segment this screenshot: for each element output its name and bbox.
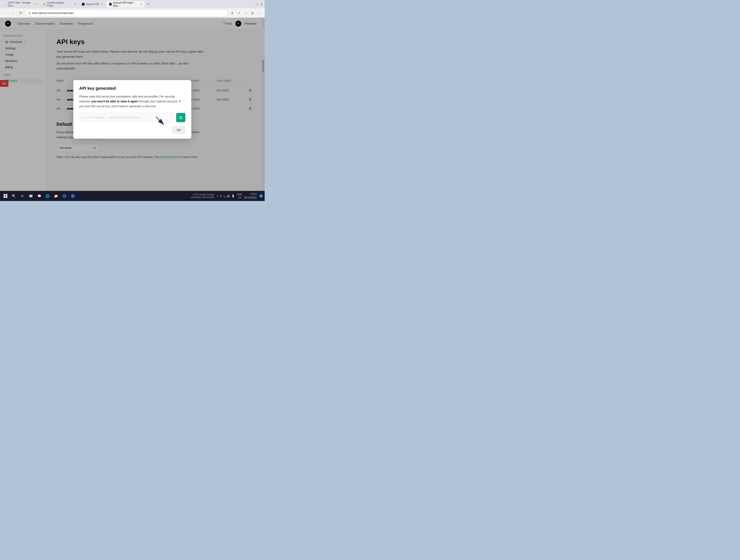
tab-untitled[interactable]: 🎨 Untitled project - Proje... ✕ bbox=[40, 1, 78, 8]
edge-icon: 🌀 bbox=[62, 194, 67, 198]
tab-favicon-keys: ✦ bbox=[109, 3, 112, 6]
bookmark-icon[interactable]: ☆ bbox=[243, 10, 249, 16]
ok-button[interactable]: OK bbox=[172, 126, 185, 133]
network-icon[interactable]: △ bbox=[223, 194, 225, 198]
tab-gpt3[interactable]: 📊 GPT3 Test - Google She... ✕ bbox=[2, 1, 39, 8]
os-version-label: 11 Pro Insider Previewprerelease 220114-… bbox=[191, 193, 214, 199]
maximize-button[interactable]: □ bbox=[256, 3, 258, 6]
api-key-modal: API key generated Please save this secre… bbox=[73, 80, 191, 138]
url-text: beta.openai.com/account/api-keys bbox=[32, 11, 225, 14]
chat-button[interactable]: 💬 bbox=[35, 192, 43, 200]
search-button[interactable]: 🔍 bbox=[10, 192, 18, 200]
modal-body: Please save this secret key somewhere sa… bbox=[79, 94, 185, 109]
clock-time: 13:13 bbox=[244, 192, 257, 196]
back-button[interactable]: ← bbox=[3, 10, 8, 16]
tab-title-keys: Account API Keys - Ope... bbox=[113, 1, 138, 7]
svg-line-1 bbox=[156, 117, 164, 125]
share-icon[interactable]: ↗ bbox=[236, 10, 242, 16]
battery-icon[interactable]: 🔋 bbox=[232, 194, 235, 198]
tab-openai-api[interactable]: ✦ OpenAI API ✕ bbox=[79, 1, 106, 8]
tab-title-openai: OpenAI API bbox=[86, 3, 99, 6]
forward-button[interactable]: → bbox=[10, 10, 16, 16]
tab-account-keys[interactable]: ✦ Account API Keys - Ope... ✕ bbox=[107, 1, 145, 8]
taskbar-right: 11 Pro Insider Previewprerelease 220114-… bbox=[191, 192, 263, 199]
chrome-button[interactable]: 🔵 bbox=[69, 192, 77, 200]
browser-window: 📊 GPT3 Test - Google She... ✕ 🎨 Untitled… bbox=[0, 0, 265, 201]
modal-title: API key generated bbox=[79, 86, 185, 91]
copy-api-key-button[interactable]: ⧉ bbox=[176, 113, 185, 122]
sync-icon[interactable]: ↻ bbox=[220, 194, 222, 198]
task-view-button[interactable]: ⊞ bbox=[18, 192, 26, 200]
chevron-up-icon[interactable]: ∧ bbox=[216, 194, 218, 197]
browser-toolbar: ← → ↻ 🔒 beta.openai.com/account/api-keys… bbox=[0, 8, 265, 18]
new-tab-button[interactable]: + bbox=[146, 1, 151, 7]
clock-date: 02/12/2022 bbox=[244, 196, 257, 199]
browser-icon: 🌐 bbox=[45, 194, 50, 198]
locale-display: ENGUK bbox=[237, 193, 242, 199]
system-tray: ∧ ↻ △ 🔊 🔋 bbox=[215, 194, 237, 198]
files-button[interactable]: 📁 bbox=[52, 192, 60, 200]
reload-button[interactable]: ↻ bbox=[18, 10, 24, 16]
tab-title-gpt3: GPT3 Test - Google She... bbox=[8, 1, 33, 7]
tab-title-untitled: Untitled project - Proje... bbox=[47, 1, 72, 7]
widgets-icon: 📰 bbox=[29, 194, 33, 198]
speaker-icon[interactable]: 🔊 bbox=[227, 194, 230, 198]
lock-icon: 🔒 bbox=[28, 12, 31, 14]
start-button[interactable] bbox=[2, 192, 9, 200]
search-icon: 🔍 bbox=[12, 194, 16, 198]
modal-overlay: API key generated Please save this secre… bbox=[0, 18, 265, 201]
sidebar-toggle-icon[interactable]: ⊞ bbox=[250, 10, 255, 16]
chrome-icon: 🔵 bbox=[71, 194, 75, 198]
minimize-button[interactable]: − bbox=[252, 3, 254, 6]
browser-taskbar-button[interactable]: 🌐 bbox=[44, 192, 52, 200]
notification-count-badge[interactable]: 2 bbox=[259, 194, 263, 198]
task-view-icon: ⊞ bbox=[21, 194, 24, 198]
taskbar-clock[interactable]: 13:13 02/12/2022 bbox=[244, 192, 257, 199]
toolbar-actions: ⬇ ↗ ☆ ⊞ ⋮ bbox=[229, 10, 262, 16]
modal-footer: OK bbox=[79, 126, 185, 133]
modal-input-row: ⧉ bbox=[79, 113, 185, 122]
tab-favicon-gpt3: 📊 bbox=[4, 3, 7, 6]
close-button[interactable]: ✕ bbox=[260, 3, 263, 6]
windows-logo-icon bbox=[4, 194, 7, 198]
download-icon[interactable]: ⬇ bbox=[229, 10, 235, 16]
tab-favicon-untitled: 🎨 bbox=[43, 3, 46, 6]
tab-close-gpt3[interactable]: ✕ bbox=[35, 3, 37, 6]
arrow-annotation bbox=[154, 115, 167, 127]
edge-button[interactable]: 🌀 bbox=[61, 192, 68, 200]
folder-icon: 📁 bbox=[54, 194, 58, 198]
widgets-button[interactable]: 📰 bbox=[27, 192, 34, 200]
chat-icon: 💬 bbox=[37, 194, 41, 198]
tab-close-untitled[interactable]: ✕ bbox=[74, 3, 76, 6]
tab-close-openai[interactable]: ✕ bbox=[101, 3, 103, 6]
copy-icon: ⧉ bbox=[179, 115, 182, 120]
title-bar: 📊 GPT3 Test - Google She... ✕ 🎨 Untitled… bbox=[0, 0, 265, 8]
more-options-icon[interactable]: ⋮ bbox=[256, 10, 262, 16]
taskbar: 🔍 ⊞ 📰 💬 🌐 📁 🌀 🔵 11 Pro Insider Previewpr… bbox=[0, 191, 265, 201]
tab-close-keys[interactable]: ✕ bbox=[140, 3, 142, 6]
address-bar[interactable]: 🔒 beta.openai.com/account/api-keys bbox=[25, 10, 227, 16]
tab-favicon-openai: ✦ bbox=[82, 3, 85, 6]
